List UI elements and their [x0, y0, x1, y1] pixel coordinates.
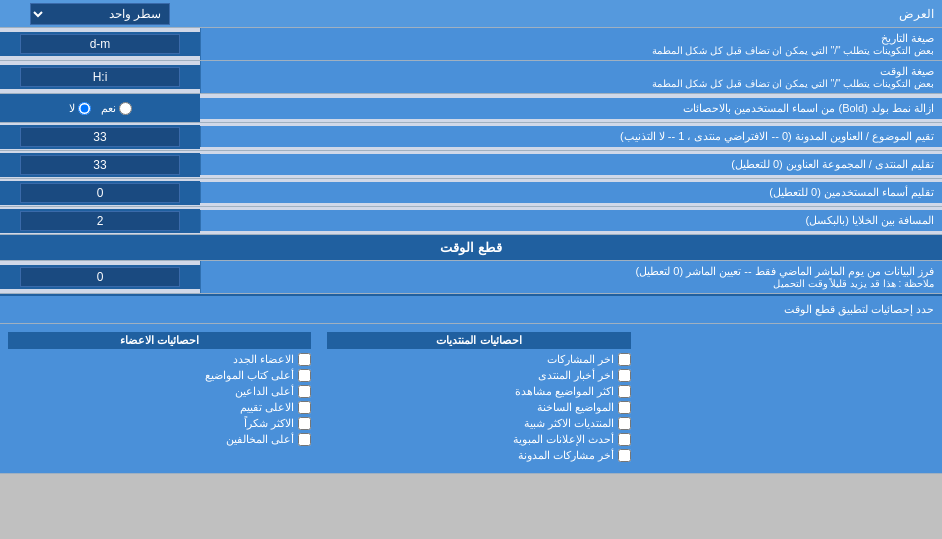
check-most-thanked: الاكثر شكراً [8, 417, 311, 430]
cell-spacing-label: المسافة بين الخلايا (بالبكسل) [200, 210, 942, 231]
forum-order-row: تقليم المنتدى / المجموعة العناوين (0 للت… [0, 151, 942, 179]
check-top-topic-writers-input[interactable] [298, 369, 311, 382]
bold-yes-label[interactable]: نعم [101, 102, 132, 115]
topic-order-input[interactable] [20, 127, 180, 147]
stats-col-members: احصائيات الاعضاء الاعضاء الجدد أعلى كتاب… [0, 328, 319, 469]
stats-checkboxes-area: احصائيات المنتديات اخر المشاركات اخر أخب… [0, 324, 942, 474]
check-top-rated: الاعلى تقييم [8, 401, 311, 414]
check-latest-ads: أحدث الإعلانات المبوية [327, 433, 630, 446]
stats-apply-label: حدد إحصائيات لتطبيق قطع الوقت [0, 299, 942, 320]
time-cut-input-wrap [0, 265, 200, 289]
check-most-viewed-input[interactable] [618, 385, 631, 398]
stats-empty-col [639, 328, 942, 469]
display-row: العرض سطر واحد [0, 0, 942, 28]
bold-no-radio[interactable] [78, 102, 91, 115]
check-most-similar-forums: المنتديات الاكثر شبية [327, 417, 630, 430]
check-hot-topics: المواضيع الساخنة [327, 401, 630, 414]
topic-order-label: تقيم الموضوع / العناوين المدونة (0 -- ال… [200, 126, 942, 147]
check-top-violators: أعلى المخالفين [8, 433, 311, 446]
display-select[interactable]: سطر واحد [30, 3, 170, 25]
cell-spacing-input[interactable] [20, 211, 180, 231]
time-cut-row: فرز البيانات من يوم الماشر الماضي فقط --… [0, 261, 942, 294]
topic-order-input-wrap [0, 125, 200, 149]
bold-remove-label: ازالة نمط بولد (Bold) من اسماء المستخدمي… [200, 98, 942, 119]
forum-order-input-wrap [0, 153, 200, 177]
user-names-input[interactable] [20, 183, 180, 203]
stats-section: حدد إحصائيات لتطبيق قطع الوقت احصائيات ا… [0, 294, 942, 474]
time-cut-label: فرز البيانات من يوم الماشر الماضي فقط --… [200, 261, 942, 293]
user-names-row: تقليم أسماء المستخدمين (0 للتعطيل) [0, 179, 942, 207]
check-last-news: اخر أخبار المنتدى [327, 369, 630, 382]
date-format-row: صيغة التاريخ بعض التكوينات يتطلب "/" الت… [0, 28, 942, 61]
check-last-blog-posts-input[interactable] [618, 449, 631, 462]
check-most-similar-forums-input[interactable] [618, 417, 631, 430]
date-format-input-wrap [0, 32, 200, 56]
user-names-label: تقليم أسماء المستخدمين (0 للتعطيل) [200, 182, 942, 203]
bold-no-label[interactable]: لا [69, 102, 91, 115]
forum-order-input[interactable] [20, 155, 180, 175]
date-format-label: صيغة التاريخ بعض التكوينات يتطلب "/" الت… [200, 28, 942, 60]
check-last-blog-posts: أخر مشاركات المدونة [327, 449, 630, 462]
stats-col-forums-header: احصائيات المنتديات [327, 332, 630, 349]
stats-apply-row: حدد إحصائيات لتطبيق قطع الوقت [0, 296, 942, 324]
topic-order-row: تقيم الموضوع / العناوين المدونة (0 -- ال… [0, 123, 942, 151]
check-top-inviters: أعلى الداعين [8, 385, 311, 398]
time-format-input-wrap [0, 65, 200, 89]
check-top-rated-input[interactable] [298, 401, 311, 414]
date-format-input[interactable] [20, 34, 180, 54]
bold-remove-radio-wrap: نعم لا [0, 94, 200, 122]
bold-remove-row: ازالة نمط بولد (Bold) من اسماء المستخدمي… [0, 94, 942, 123]
check-most-viewed: اكثر المواضيع مشاهدة [327, 385, 630, 398]
time-format-input[interactable] [20, 67, 180, 87]
check-hot-topics-input[interactable] [618, 401, 631, 414]
stats-col-members-header: احصائيات الاعضاء [8, 332, 311, 349]
display-label: العرض [200, 3, 942, 25]
stats-col-forums: احصائيات المنتديات اخر المشاركات اخر أخب… [319, 328, 638, 469]
check-top-violators-input[interactable] [298, 433, 311, 446]
time-cut-input[interactable] [20, 267, 180, 287]
cell-spacing-row: المسافة بين الخلايا (بالبكسل) [0, 207, 942, 235]
check-latest-ads-input[interactable] [618, 433, 631, 446]
time-format-row: صيغة الوقت بعض التكوينات يتطلب "/" التي … [0, 61, 942, 94]
display-select-wrap[interactable]: سطر واحد [0, 1, 200, 27]
check-most-thanked-input[interactable] [298, 417, 311, 430]
check-last-posts: اخر المشاركات [327, 353, 630, 366]
check-last-news-input[interactable] [618, 369, 631, 382]
main-container: العرض سطر واحد صيغة التاريخ بعض التكوينا… [0, 0, 942, 474]
check-last-posts-input[interactable] [618, 353, 631, 366]
check-top-inviters-input[interactable] [298, 385, 311, 398]
check-top-topic-writers: أعلى كتاب المواضيع [8, 369, 311, 382]
check-new-members-input[interactable] [298, 353, 311, 366]
time-format-label: صيغة الوقت بعض التكوينات يتطلب "/" التي … [200, 61, 942, 93]
check-new-members: الاعضاء الجدد [8, 353, 311, 366]
cell-spacing-input-wrap [0, 209, 200, 233]
forum-order-label: تقليم المنتدى / المجموعة العناوين (0 للت… [200, 154, 942, 175]
bold-yes-radio[interactable] [119, 102, 132, 115]
user-names-input-wrap [0, 181, 200, 205]
time-cut-header: قطع الوقت [0, 235, 942, 261]
